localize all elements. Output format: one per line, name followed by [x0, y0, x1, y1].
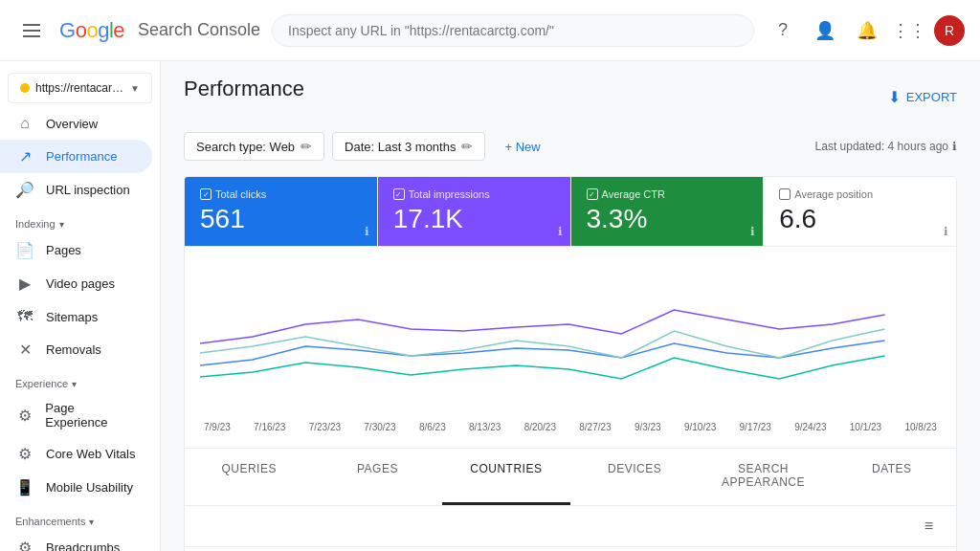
ctr-label: Average CTR: [587, 188, 748, 200]
sidebar-item-label: Pages: [46, 243, 81, 257]
sidebar-item-performance[interactable]: ↗ Performance: [0, 140, 152, 173]
tab-queries[interactable]: QUERIES: [185, 449, 313, 505]
tab-countries[interactable]: COUNTRIES: [442, 449, 570, 505]
tab-search-appearance[interactable]: SEARCH APPEARANCE: [699, 449, 827, 505]
sidebar: https://rentacarctg... ▼ ⌂ Overview ↗ Pe…: [0, 61, 161, 551]
indexing-arrow: ▾: [59, 219, 64, 230]
impressions-value: 17.1K: [393, 204, 555, 234]
search-type-edit-icon: ✏: [301, 139, 312, 154]
sidebar-item-label: Breadcrumbs: [46, 540, 120, 551]
ctr-checkbox[interactable]: [587, 188, 598, 200]
mobile-usability-icon: 📱: [15, 478, 34, 496]
position-label: Average position: [779, 188, 941, 200]
export-label: EXPORT: [906, 90, 957, 104]
metric-position[interactable]: Average position 6.6 ℹ: [763, 177, 956, 246]
performance-icon: ↗: [15, 147, 34, 165]
sidebar-item-page-experience[interactable]: ⚙ Page Experience: [0, 393, 152, 437]
enhancements-label: Enhancements: [15, 516, 85, 527]
search-type-label: Search type: Web: [196, 140, 295, 154]
experience-arrow: ▾: [72, 379, 77, 389]
avatar[interactable]: R: [934, 15, 965, 46]
sidebar-item-removals[interactable]: ✕ Removals: [0, 333, 152, 366]
sidebar-item-breadcrumbs[interactable]: ⚙ Breadcrumbs: [0, 531, 152, 551]
add-filter-button[interactable]: + New: [493, 134, 551, 160]
date-edit-icon: ✏: [461, 139, 473, 154]
sidebar-item-pages[interactable]: 📄 Pages: [0, 233, 152, 267]
sidebar-item-label: Page Experience: [45, 401, 137, 430]
experience-label: Experience: [15, 378, 68, 389]
core-web-vitals-icon: ⚙: [15, 445, 34, 463]
metric-impressions[interactable]: Total impressions 17.1K ℹ: [377, 177, 570, 246]
notifications-icon[interactable]: 🔔: [850, 13, 884, 48]
main-area: https://rentacarctg... ▼ ⌂ Overview ↗ Pe…: [0, 61, 980, 551]
export-button[interactable]: ⬇ EXPORT: [888, 88, 957, 106]
sidebar-item-url-inspection[interactable]: 🔎 URL inspection: [0, 173, 152, 207]
search-input[interactable]: [272, 14, 754, 47]
position-value: 6.6: [779, 204, 941, 234]
sidebar-item-overview[interactable]: ⌂ Overview: [0, 107, 152, 140]
sidebar-item-label: Mobile Usability: [46, 480, 133, 495]
sidebar-item-video-pages[interactable]: ▶ Video pages: [0, 267, 152, 300]
hamburger-menu[interactable]: [15, 16, 48, 45]
clicks-value: 561: [200, 204, 362, 234]
table-header: Country ↓ Clicks Impressions CTR: [185, 547, 956, 551]
position-checkbox[interactable]: [779, 188, 791, 200]
chart-area: 7/9/23 7/16/23 7/23/23 7/30/23 8/6/23 8/…: [184, 247, 957, 449]
performance-chart: [200, 262, 941, 415]
breadcrumbs-icon: ⚙: [15, 539, 34, 551]
site-arrow: ▼: [130, 83, 140, 94]
indexing-section[interactable]: Indexing ▾: [0, 207, 160, 233]
overview-icon: ⌂: [15, 115, 34, 132]
sidebar-item-sitemaps[interactable]: 🗺 Sitemaps: [0, 300, 152, 333]
page-header: Performance ⬇ EXPORT: [184, 77, 957, 117]
last-updated-text: Last updated: 4 hours ago: [815, 140, 948, 153]
tab-dates[interactable]: DATES: [828, 449, 956, 505]
help-icon[interactable]: ?: [766, 13, 800, 48]
site-name: https://rentacarctg...: [35, 81, 124, 95]
page-title: Performance: [184, 77, 304, 101]
site-dot: [20, 83, 30, 93]
enhancements-arrow: ▾: [89, 517, 94, 527]
sidebar-item-label: Removals: [46, 342, 101, 357]
google-logo: Google: [59, 18, 124, 43]
table-section: ≡ Country ↓ Clicks Impressions CTR Bangl…: [184, 506, 957, 551]
info-icon: ℹ: [952, 140, 957, 153]
video-pages-icon: ▶: [15, 275, 34, 293]
tabs-bar: QUERIES PAGES COUNTRIES DEVICES SEARCH A…: [184, 449, 957, 506]
sidebar-item-core-web-vitals[interactable]: ⚙ Core Web Vitals: [0, 437, 152, 471]
metrics-row: Total clicks 561 ℹ Total impressions 17.…: [184, 176, 957, 247]
impressions-info-icon[interactable]: ℹ: [558, 225, 563, 238]
removals-icon: ✕: [15, 341, 34, 359]
sidebar-item-label: Video pages: [46, 276, 115, 291]
clicks-checkbox[interactable]: [200, 188, 212, 200]
sitemaps-icon: 🗺: [15, 308, 34, 325]
ctr-value: 3.3%: [587, 204, 748, 234]
metric-clicks[interactable]: Total clicks 561 ℹ: [185, 177, 377, 246]
impressions-label: Total impressions: [393, 188, 555, 200]
tab-pages[interactable]: PAGES: [313, 449, 441, 505]
app-name: Search Console: [138, 20, 260, 40]
ctr-info-icon[interactable]: ℹ: [750, 225, 755, 238]
date-label: Date: Last 3 months: [345, 140, 456, 154]
metric-ctr[interactable]: Average CTR 3.3% ℹ: [570, 177, 764, 246]
apps-icon[interactable]: ⋮⋮: [892, 13, 926, 48]
indexing-label: Indexing: [15, 218, 56, 230]
position-info-icon[interactable]: ℹ: [944, 225, 948, 238]
date-filter[interactable]: Date: Last 3 months ✏: [332, 132, 485, 161]
enhancements-section[interactable]: Enhancements ▾: [0, 504, 160, 531]
url-inspection-icon: 🔎: [15, 181, 34, 199]
tab-devices[interactable]: DEVICES: [570, 449, 699, 505]
table-filter-button[interactable]: ≡: [917, 514, 941, 539]
new-filter-label: + New: [504, 140, 540, 154]
top-icons: ? 👤 🔔 ⋮⋮ R: [766, 13, 965, 48]
site-selector[interactable]: https://rentacarctg... ▼: [8, 73, 152, 103]
table-toolbar: ≡: [185, 506, 956, 547]
experience-section[interactable]: Experience ▾: [0, 366, 160, 393]
search-bar[interactable]: [272, 14, 754, 47]
accounts-icon[interactable]: 👤: [808, 13, 842, 48]
sidebar-item-mobile-usability[interactable]: 📱 Mobile Usability: [0, 471, 152, 504]
sidebar-item-label: Sitemaps: [46, 310, 98, 324]
clicks-info-icon[interactable]: ℹ: [365, 225, 369, 238]
impressions-checkbox[interactable]: [393, 188, 405, 200]
search-type-filter[interactable]: Search type: Web ✏: [184, 132, 324, 161]
